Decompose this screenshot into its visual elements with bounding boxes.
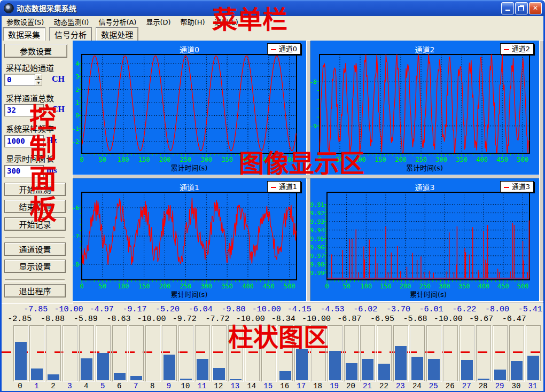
tab-data-acquisition[interactable]: 数据采集 bbox=[3, 27, 45, 42]
start-channel-input[interactable]: 0 bbox=[4, 74, 35, 86]
bar-slot bbox=[212, 325, 227, 381]
svg-text:450: 450 bbox=[496, 156, 508, 163]
params-settings-button[interactable]: 参数设置 bbox=[4, 44, 67, 58]
svg-text:-1: -1 bbox=[73, 126, 79, 132]
restore-button[interactable] bbox=[515, 2, 528, 14]
channel-26-value: -10.00 bbox=[432, 315, 465, 324]
channel-axis-label: 3 bbox=[62, 382, 77, 390]
channel-axis-label: 23 bbox=[393, 382, 408, 390]
channel-axis-label: 16 bbox=[277, 382, 292, 390]
channel-6-value: -8.63 bbox=[102, 315, 135, 324]
bar-slot bbox=[360, 325, 375, 381]
annotation-menu-bar: 菜单栏 bbox=[212, 7, 287, 33]
spin-down-icon[interactable]: ▼ bbox=[35, 80, 42, 85]
menu-item-signal[interactable]: 信号分析(A) bbox=[94, 17, 141, 27]
close-button[interactable]: ✕ bbox=[529, 2, 542, 14]
channel-bar bbox=[97, 353, 109, 380]
spin-up-icon[interactable]: ▲ bbox=[35, 74, 42, 80]
svg-text:-9.96: -9.96 bbox=[310, 244, 324, 251]
channel-23-value: -3.70 bbox=[382, 305, 415, 314]
channel-27-value: -6.22 bbox=[448, 305, 481, 314]
start-channel-stepper[interactable]: ▲▼ bbox=[35, 74, 42, 85]
channel-axis-label: 1 bbox=[29, 382, 44, 390]
svg-text:450: 450 bbox=[497, 283, 509, 290]
svg-text:400: 400 bbox=[478, 283, 489, 290]
menu-item-params[interactable]: 参数设置(S) bbox=[2, 17, 49, 27]
channel-axis-label: 24 bbox=[409, 382, 424, 390]
svg-text:200: 200 bbox=[159, 283, 171, 290]
menu-item-display[interactable]: 显示(D) bbox=[141, 17, 175, 27]
channel-bar bbox=[461, 360, 473, 380]
display-settings-button[interactable]: 显示设置 bbox=[4, 260, 66, 273]
waveform-ch1 bbox=[82, 198, 296, 264]
channel-bar bbox=[230, 379, 242, 380]
channel-axis-label: 2 bbox=[45, 382, 60, 390]
channel-axis-label: 18 bbox=[310, 382, 325, 390]
channel-15-value: -10.00 bbox=[250, 305, 283, 314]
start-channel-unit: CH bbox=[52, 74, 65, 84]
bar-slot bbox=[328, 325, 342, 381]
svg-text:-7: -7 bbox=[73, 233, 79, 240]
svg-text:50: 50 bbox=[99, 156, 106, 163]
svg-text:累计时间(s): 累计时间(s) bbox=[171, 164, 208, 172]
bar-slot bbox=[393, 325, 408, 381]
channel-bar bbox=[395, 346, 407, 380]
exit-program-button[interactable]: 退出程序 bbox=[4, 284, 66, 297]
svg-text:50: 50 bbox=[342, 283, 350, 290]
channel-axis-label: 10 bbox=[178, 382, 193, 390]
channel-12-value: -7.72 bbox=[201, 315, 234, 324]
bar-slot bbox=[426, 325, 441, 381]
channel-2-value: -8.88 bbox=[36, 315, 69, 324]
svg-text:-2: -2 bbox=[73, 138, 79, 145]
channel-bar bbox=[527, 356, 539, 380]
channel-18-value: -10.00 bbox=[300, 315, 333, 324]
channel-axis-label: 8 bbox=[145, 382, 160, 390]
svg-text:300: 300 bbox=[439, 283, 450, 290]
tab-signal-analysis[interactable]: 信号分析 bbox=[49, 27, 92, 42]
waveform-ch2 bbox=[320, 53, 529, 157]
channel-axis-label: 27 bbox=[459, 382, 474, 390]
channel-7-value: -9.17 bbox=[118, 305, 151, 314]
channel-axis-label: 20 bbox=[344, 382, 359, 390]
minimize-icon bbox=[505, 10, 510, 11]
svg-text:250: 250 bbox=[415, 156, 427, 163]
odd-channel-values-row: -7.85-10.00-4.97-9.17-5.20-6.04-9.80-10.… bbox=[19, 305, 545, 314]
channel-count-label: 采样通道总数 bbox=[6, 92, 54, 104]
channel-axis-label: 28 bbox=[476, 382, 490, 390]
channel-bar bbox=[213, 368, 225, 380]
svg-text:200: 200 bbox=[400, 283, 411, 290]
svg-text:350: 350 bbox=[456, 156, 468, 163]
bar-slot bbox=[29, 325, 44, 381]
svg-text:500: 500 bbox=[284, 283, 295, 290]
chart-pane-ch3: 通道3通道3-9.91-9.92-9.93-9.94-9.95-9.96-9.9… bbox=[310, 178, 539, 301]
svg-text:150: 150 bbox=[138, 283, 150, 290]
svg-text:-8: -8 bbox=[310, 79, 317, 85]
waveform-ch3 bbox=[327, 221, 529, 278]
svg-text:150: 150 bbox=[375, 156, 386, 163]
tab-data-processing[interactable]: 数据处理 bbox=[96, 27, 138, 42]
bar-slot bbox=[344, 325, 359, 381]
svg-text:150: 150 bbox=[138, 156, 150, 163]
svg-text:累计时间(s): 累计时间(s) bbox=[410, 291, 447, 299]
channel-settings-button[interactable]: 通道设置 bbox=[4, 242, 66, 256]
channel-13-value: -9.80 bbox=[217, 305, 250, 314]
svg-text:-8: -8 bbox=[73, 261, 79, 268]
channel-bar bbox=[428, 359, 440, 380]
minimize-button[interactable] bbox=[501, 2, 514, 14]
channel-19-value: -4.53 bbox=[316, 305, 349, 314]
channel-10-value: -9.72 bbox=[168, 315, 201, 324]
svg-text:累计时间(s): 累计时间(s) bbox=[406, 164, 443, 172]
menu-item-monitor[interactable]: 动态监测(I) bbox=[49, 17, 94, 27]
channel-21-value: -6.02 bbox=[349, 305, 382, 314]
channel-axis-label: 21 bbox=[360, 382, 375, 390]
channel-17-value: -4.15 bbox=[283, 305, 316, 314]
channel-axis-label: 12 bbox=[211, 382, 226, 390]
menu-item-help[interactable]: 帮助(H) bbox=[176, 17, 210, 27]
svg-text:-9.94: -9.94 bbox=[310, 227, 324, 234]
channel-bar bbox=[48, 374, 59, 380]
svg-text:-9.91: -9.91 bbox=[310, 201, 324, 208]
svg-text:-6: -6 bbox=[73, 205, 79, 211]
channel-axis-label: 11 bbox=[194, 382, 209, 390]
bar-slot bbox=[178, 325, 193, 381]
channel-14-value: -10.00 bbox=[234, 315, 267, 324]
